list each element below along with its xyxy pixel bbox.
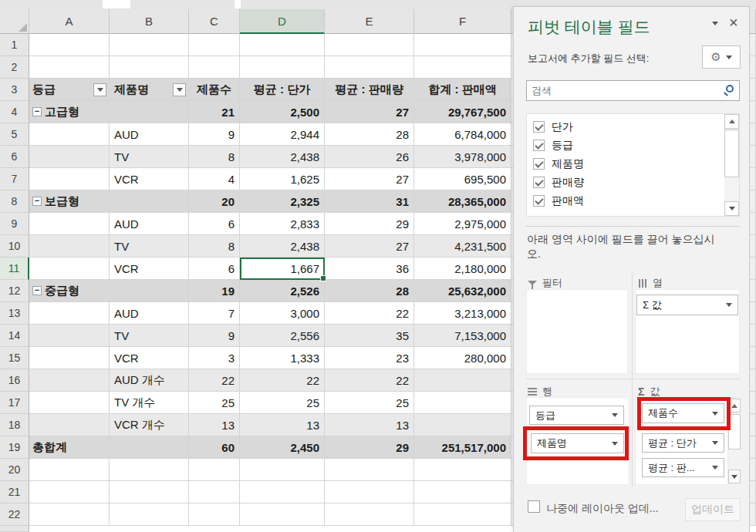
cell-A8[interactable]: −보급형 — [29, 190, 110, 213]
cell-C7[interactable]: 4 — [189, 168, 240, 190]
cell-B10[interactable]: TV — [110, 235, 189, 258]
scroll-down-button[interactable] — [724, 201, 739, 216]
cell-E6[interactable]: 26 — [325, 146, 414, 168]
cell-A16[interactable] — [29, 369, 110, 392]
cell-D4[interactable]: 2,500 — [240, 101, 325, 123]
cell-A12[interactable]: −중급형 — [29, 280, 110, 302]
cell-C22[interactable] — [189, 503, 240, 526]
cell-A22[interactable] — [29, 503, 110, 526]
row-header-11[interactable]: 11 — [0, 258, 29, 280]
cell-B22[interactable] — [110, 503, 189, 526]
cell-C11[interactable]: 6 — [189, 258, 240, 280]
column-header-F[interactable]: F — [414, 9, 511, 34]
pill-dropdown-icon[interactable] — [712, 441, 718, 445]
cell-E20[interactable] — [325, 459, 414, 481]
row-header-21[interactable]: 21 — [0, 481, 29, 503]
cell-C17[interactable]: 25 — [189, 392, 240, 414]
cell-B8[interactable] — [110, 190, 189, 213]
cell-C1[interactable] — [189, 34, 240, 56]
cell-E4[interactable]: 27 — [325, 101, 414, 123]
cell-D9[interactable]: 2,833 — [240, 213, 325, 235]
cell-C20[interactable] — [189, 459, 240, 481]
cell-C12[interactable]: 19 — [189, 280, 240, 302]
field-checkbox[interactable] — [533, 177, 545, 188]
cell-B7[interactable]: VCR — [110, 168, 189, 190]
cell-B14[interactable]: TV — [110, 325, 189, 347]
cell-F7[interactable]: 695,500 — [414, 168, 511, 190]
cell-D10[interactable]: 2,438 — [240, 235, 325, 258]
cell-D18[interactable]: 13 — [240, 414, 325, 436]
collapse-minus-icon[interactable]: − — [32, 107, 42, 116]
cell-A11[interactable] — [29, 258, 110, 280]
cell-E8[interactable]: 31 — [325, 190, 414, 213]
cell-D3[interactable]: 평균 : 단가 — [240, 79, 325, 101]
pill-dropdown-icon[interactable] — [612, 413, 618, 417]
pill-dropdown-icon[interactable] — [726, 303, 732, 307]
field-checkbox[interactable] — [533, 195, 545, 207]
pill-values-2[interactable]: 평균 : 판... — [642, 458, 724, 477]
field-list-item-제품명[interactable]: 제품명 — [533, 155, 703, 173]
cell-A1[interactable] — [29, 34, 110, 56]
field-list-item-등급[interactable]: 등급 — [533, 136, 703, 154]
cell-D8[interactable]: 2,325 — [240, 190, 325, 213]
cell-F21[interactable] — [414, 481, 511, 503]
cell-F4[interactable]: 29,767,500 — [414, 101, 511, 123]
row-header-14[interactable]: 14 — [0, 325, 29, 347]
pill-values-1[interactable]: 평균 : 단가 — [642, 433, 724, 453]
cell-D5[interactable]: 2,944 — [240, 123, 325, 146]
cell-A6[interactable] — [29, 146, 110, 168]
cell-D22[interactable] — [240, 503, 325, 526]
update-button[interactable]: 업데이트 — [685, 498, 741, 521]
cell-C18[interactable]: 13 — [189, 414, 240, 436]
cell-D20[interactable] — [240, 459, 325, 481]
cell-C8[interactable]: 20 — [189, 190, 240, 213]
column-header-A[interactable]: A — [29, 9, 110, 34]
cell-B21[interactable] — [110, 481, 189, 503]
field-checkbox[interactable] — [533, 121, 545, 133]
pane-options-chevron-icon[interactable] — [712, 25, 718, 39]
field-search-box[interactable] — [526, 80, 740, 101]
cell-C2[interactable] — [189, 56, 240, 79]
tools-button[interactable]: ⚙ — [702, 45, 741, 69]
cell-D19[interactable]: 2,450 — [240, 436, 325, 459]
cell-F17[interactable] — [414, 392, 511, 414]
cell-E9[interactable]: 29 — [325, 213, 414, 235]
cell-A4[interactable]: −고급형 — [29, 101, 110, 123]
field-list-item-판매량[interactable]: 판매량 — [533, 173, 703, 191]
cell-A18[interactable] — [29, 414, 110, 436]
pill-dropdown-icon[interactable] — [712, 466, 718, 470]
cell-A20[interactable] — [29, 459, 110, 481]
row-header-6[interactable]: 6 — [0, 146, 29, 168]
row-header-4[interactable]: 4 — [0, 101, 29, 123]
cell-E18[interactable]: 13 — [325, 414, 414, 436]
field-list-item-판매액[interactable]: 판매액 — [533, 192, 703, 210]
row-header-19[interactable]: 19 — [0, 436, 29, 459]
row-header-22[interactable]: 22 — [0, 503, 29, 526]
column-header-C[interactable]: C — [189, 9, 240, 34]
cell-C3[interactable]: 제품수 — [189, 79, 240, 101]
cell-A2[interactable] — [29, 56, 110, 79]
cell-A5[interactable] — [29, 123, 110, 146]
row-header-16[interactable]: 16 — [0, 369, 29, 392]
cell-B2[interactable] — [110, 56, 189, 79]
cell-B13[interactable]: AUD — [110, 302, 189, 325]
cell-F6[interactable]: 3,978,000 — [414, 146, 511, 168]
row-header-20[interactable]: 20 — [0, 459, 29, 481]
row-header-10[interactable]: 10 — [0, 235, 29, 258]
cell-E19[interactable]: 29 — [325, 436, 414, 459]
cell-F11[interactable]: 2,180,000 — [414, 258, 511, 280]
cell-E7[interactable]: 27 — [325, 168, 414, 190]
row-header-3[interactable]: 3 — [0, 79, 29, 101]
cell-B6[interactable]: TV — [110, 146, 189, 168]
cell-B3[interactable]: 제품명 — [110, 79, 189, 101]
cell-F16[interactable] — [414, 369, 511, 392]
cell-E1[interactable] — [325, 34, 414, 56]
cell-F5[interactable]: 6,784,000 — [414, 123, 511, 146]
cell-C21[interactable] — [189, 481, 240, 503]
scroll-thumb[interactable] — [724, 130, 739, 177]
cell-E10[interactable]: 27 — [325, 235, 414, 258]
cell-B12[interactable] — [110, 280, 189, 302]
cell-B15[interactable]: VCR — [110, 347, 189, 369]
cell-E16[interactable]: 22 — [325, 369, 414, 392]
pill-rows-0[interactable]: 등급 — [529, 406, 624, 425]
